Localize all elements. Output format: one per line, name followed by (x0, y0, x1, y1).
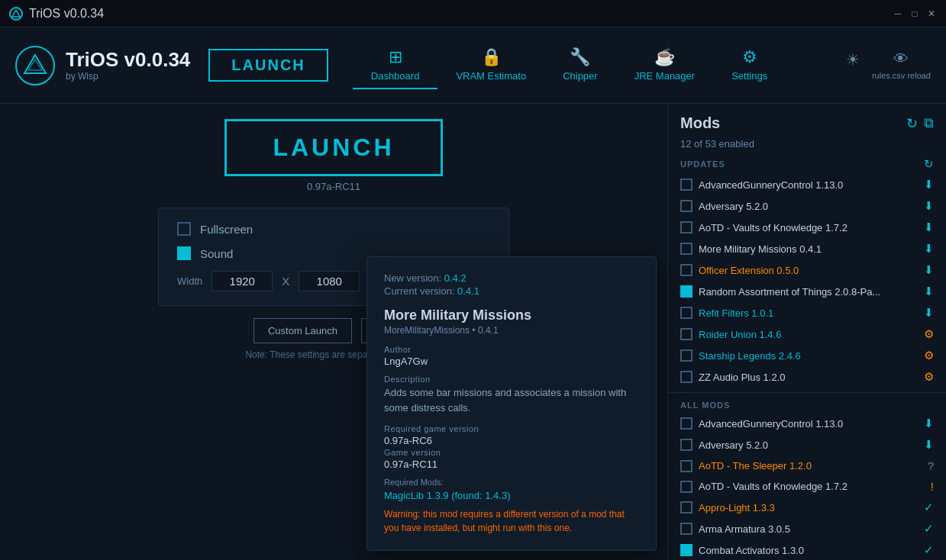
mod-row[interactable]: Arma Armatura 3.0.5 ✓ (668, 518, 946, 539)
mod-row[interactable]: AoTD - Vaults of Knowledge 1.7.2 ! (668, 476, 946, 497)
mod-name: Combat Activators 1.3.0 (699, 545, 918, 556)
mod-download-icon[interactable]: ⬇ (924, 438, 934, 452)
mod-row[interactable]: Adversary 5.2.0 ⬇ (668, 195, 946, 217)
new-version-label: New version: (384, 272, 441, 284)
nav-vram[interactable]: 🔒 VRAM Estimato (437, 41, 544, 89)
settings-icon: ⚙ (742, 47, 757, 67)
mod-checkbox[interactable] (680, 307, 693, 319)
minimize-button[interactable]: ─ (893, 8, 903, 19)
sound-checkbox[interactable] (177, 246, 191, 260)
app-title: TriOS v0.0.34 (66, 49, 190, 71)
nav-chipper[interactable]: 🔧 Chipper (544, 41, 616, 89)
mod-checkbox[interactable] (680, 264, 693, 276)
mod-download-icon[interactable]: ⬇ (924, 242, 934, 256)
updates-refresh-button[interactable]: ↻ (924, 157, 934, 171)
navbar-launch-button[interactable]: LAUNCH (208, 49, 328, 82)
mod-gear-icon[interactable]: ⚙ (924, 349, 934, 362)
resolution-x: X (282, 275, 289, 288)
nav-jre[interactable]: ☕ JRE Manager (616, 41, 713, 89)
mod-name: AoTD - Vaults of Knowledge 1.7.2 (699, 481, 925, 492)
svg-marker-0 (12, 10, 20, 17)
mods-panel: Mods ↻ ⧉ 12 of 53 enabled UPDATES ↻ Adva… (667, 104, 946, 560)
mod-checkbox[interactable] (680, 349, 693, 362)
mod-download-icon[interactable]: ⬇ (924, 220, 934, 234)
fullscreen-checkbox[interactable] (177, 222, 191, 236)
mod-row[interactable]: AdvancedGunneryControl 1.13.0 ⬇ (668, 413, 946, 434)
required-mod-value: MagicLib 1.3.9 (found: 1.4.3) (384, 490, 639, 501)
height-input[interactable] (299, 271, 360, 291)
mod-checkbox[interactable] (680, 243, 693, 255)
nav-items: ⊞ Dashboard 🔒 VRAM Estimato 🔧 Chipper ☕ … (353, 41, 846, 89)
theme-button[interactable]: ☀ (846, 50, 860, 80)
big-launch-button[interactable]: LAUNCH (224, 119, 442, 176)
mod-download-icon[interactable]: ⬇ (924, 178, 934, 191)
fullscreen-label: Fullscreen (200, 223, 253, 236)
mod-checkbox[interactable] (680, 439, 693, 451)
required-mods-label: Required Mods: (384, 478, 639, 487)
nav-settings[interactable]: ⚙ Settings (713, 41, 786, 89)
width-input[interactable] (211, 271, 273, 291)
mod-checkbox[interactable] (680, 417, 693, 430)
mod-check-icon[interactable]: ✓ (924, 500, 934, 514)
custom-launch-button[interactable]: Custom Launch (253, 318, 352, 343)
mod-name: Starship Legends 2.4.6 (699, 350, 918, 362)
mod-checkbox[interactable] (680, 371, 693, 383)
mod-row[interactable]: AdvancedGunneryControl 1.13.0 ⬇ (668, 174, 946, 195)
mod-checkbox[interactable] (680, 523, 693, 535)
mods-scroll-area[interactable]: UPDATES ↻ AdvancedGunneryControl 1.13.0 … (668, 156, 946, 560)
mods-title: Mods (680, 114, 720, 132)
mod-checkbox[interactable] (680, 544, 693, 556)
mod-checkbox[interactable] (680, 501, 693, 513)
mod-row[interactable]: Refit Filters 1.0.1 ⬇ (668, 302, 946, 323)
mod-name: AdvancedGunneryControl 1.13.0 (699, 418, 918, 430)
mod-row[interactable]: More Military Missions 0.4.1 ⬇ (668, 238, 946, 259)
mod-row[interactable]: Combat Activators 1.3.0 ✓ (668, 539, 946, 560)
section-divider (668, 392, 946, 393)
mod-download-icon[interactable]: ⬇ (924, 199, 934, 213)
mod-gear-icon[interactable]: ⚙ (924, 327, 934, 341)
mod-row[interactable]: Roider Union 1.4.6 ⚙ (668, 323, 946, 345)
mod-download-icon[interactable]: ⬇ (924, 417, 934, 430)
mod-row[interactable]: Appro-Light 1.3.3 ✓ (668, 497, 946, 518)
mods-copy-button[interactable]: ⧉ (924, 115, 934, 131)
mod-checkbox[interactable] (680, 460, 693, 472)
rules-csv-button[interactable]: 👁 rules.csv reload (872, 50, 931, 80)
mod-checkbox[interactable] (680, 179, 693, 191)
popup-mod-id: MoreMilitaryMissions • 0.4.1 (384, 325, 639, 336)
mod-name: Appro-Light 1.3.3 (699, 502, 918, 513)
mod-row[interactable]: ZZ Audio Plus 1.2.0 ⚙ (668, 366, 946, 388)
mod-question-icon[interactable]: ? (928, 459, 934, 472)
updates-section-label: UPDATES (680, 159, 924, 169)
mod-name: Random Assortment of Things 2.0.8-Pa... (699, 286, 918, 298)
mod-checkbox[interactable] (680, 221, 693, 233)
mod-checkbox[interactable] (680, 481, 693, 493)
mod-row[interactable]: Adversary 5.2.0 ⬇ (668, 434, 946, 455)
new-version-value: 0.4.2 (444, 272, 467, 284)
close-button[interactable]: ✕ (926, 8, 937, 19)
mod-row[interactable]: AoTD - The Sleeper 1.2.0 ? (668, 455, 946, 476)
chipper-icon: 🔧 (570, 47, 590, 67)
mod-name: AoTD - Vaults of Knowledge 1.7.2 (699, 222, 918, 233)
mod-checkbox[interactable] (680, 285, 693, 298)
mod-download-icon[interactable]: ⬇ (924, 306, 934, 320)
mod-row[interactable]: Officer Extension 0.5.0 ⬇ (668, 259, 946, 281)
mod-name: Refit Filters 1.0.1 (699, 307, 918, 319)
width-label: Width (177, 275, 202, 287)
mod-check-icon[interactable]: ✓ (924, 543, 934, 557)
mod-row[interactable]: Random Assortment of Things 2.0.8-Pa... … (668, 281, 946, 302)
game-version-value: 0.97a-RC11 (384, 459, 639, 470)
mod-download-icon[interactable]: ⬇ (924, 263, 934, 277)
by-wisp-label: by Wisp (66, 71, 190, 82)
mod-row[interactable]: AoTD - Vaults of Knowledge 1.7.2 ⬇ (668, 217, 946, 238)
mod-row[interactable]: Starship Legends 2.4.6 ⚙ (668, 345, 946, 366)
nav-dashboard[interactable]: ⊞ Dashboard (353, 41, 438, 89)
mod-checkbox[interactable] (680, 328, 693, 340)
mods-refresh-button[interactable]: ↻ (906, 115, 918, 132)
mod-name: Roider Union 1.4.6 (699, 329, 918, 340)
mod-check-icon[interactable]: ✓ (924, 522, 934, 536)
mod-checkbox[interactable] (680, 200, 693, 212)
mod-gear-icon[interactable]: ⚙ (924, 370, 934, 384)
mod-download-icon[interactable]: ⬇ (924, 285, 934, 298)
maximize-button[interactable]: □ (909, 8, 920, 19)
mod-warn-icon[interactable]: ! (931, 480, 934, 493)
